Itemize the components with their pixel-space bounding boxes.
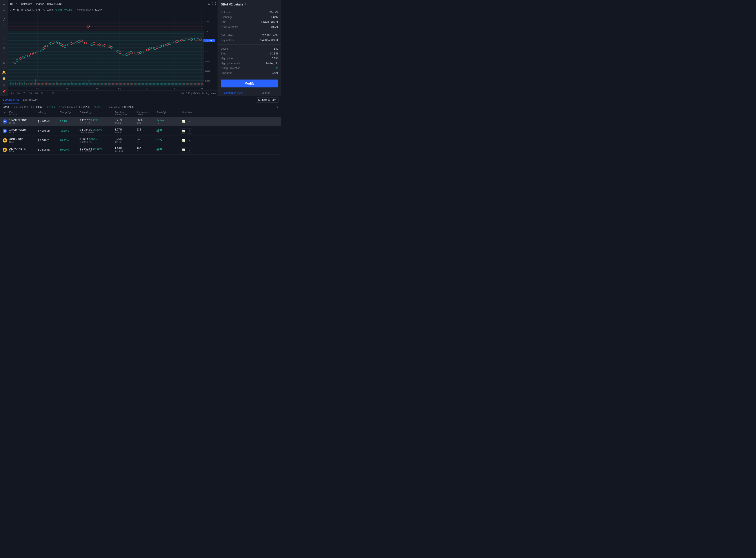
log-mode[interactable]: log (206, 92, 209, 95)
line-tool[interactable]: ╱ (1, 17, 7, 22)
lock-tool[interactable]: 🔒 (1, 76, 7, 81)
profit-sub: 125.99 USDT (80, 122, 115, 124)
value-help[interactable]: ? (44, 111, 46, 113)
zoom-tool[interactable]: ⊕ (1, 61, 7, 66)
stop-action-btn[interactable]: ⊘ (187, 128, 192, 133)
table-row[interactable]: H 1INCH / USDT DCA $ 4 366.36 33.51% $ 1… (0, 126, 281, 136)
exchange-selector[interactable]: Binance (34, 2, 44, 5)
exchange-cell: H (3, 119, 9, 124)
modify-button[interactable]: Modify (221, 79, 278, 87)
svg-rect-162 (49, 83, 50, 84)
pair-name: 1INCH / USDT (9, 119, 38, 122)
chart-action-btn[interactable]: 📊 (181, 138, 186, 143)
svg-text:0.800: 0.800 (205, 30, 210, 32)
svg-rect-217 (124, 83, 125, 84)
low-price-label: Low price (221, 71, 232, 74)
pair-selector[interactable]: 1INCH/USDT (47, 2, 62, 5)
chart-action-btn[interactable]: 📊 (181, 147, 186, 152)
table-row[interactable]: B ALPHA / BTC DCA $ 7 526.88 60.08% $ 2 … (0, 145, 281, 155)
table-row[interactable]: H 1INCH / USDT GRID $ 4 025.44 3.04% $ 1… (0, 117, 281, 126)
pct-mode[interactable]: % (202, 92, 204, 95)
step-label: Step (221, 52, 226, 55)
svg-rect-163 (50, 83, 51, 84)
ruler-tool[interactable]: ⊢ (1, 54, 7, 59)
svg-rect-188 (84, 82, 85, 84)
svg-rect-179 (72, 83, 73, 84)
action-icons: 📊 ⊘ (181, 128, 200, 133)
time-3d[interactable]: 3d (28, 92, 33, 95)
time-1m[interactable]: 1m (16, 92, 21, 95)
sbot-help-icon[interactable]: ? (245, 3, 246, 6)
tab-balance[interactable]: Balance (250, 90, 281, 96)
fullscreen-btn[interactable]: ⛶ (212, 2, 216, 6)
status-help[interactable]: ? (163, 111, 166, 113)
stop-action-btn[interactable]: ⊘ (187, 147, 192, 152)
bottom-tabs: Spot bots (9) Spot history $ Share & Ear… (0, 96, 281, 104)
volume-value: 82.28K (95, 8, 102, 11)
bots-table-body: H 1INCH / USDT GRID $ 4 025.44 3.04% $ 1… (0, 117, 281, 155)
pair-cell: ALPHA / BTC DCA (9, 147, 38, 153)
time-1h[interactable]: 1h (46, 92, 50, 95)
table-row[interactable]: B AGIX / BTC DCA $ 8 519.2 20.93% $ 660.… (0, 136, 281, 145)
step-row: Step 0.32 % (218, 51, 281, 56)
stop-action-btn[interactable]: ⊘ (187, 138, 192, 143)
bot-type-row: Bot type SBot V2 (218, 10, 281, 15)
svg-rect-250 (169, 83, 170, 84)
time-3m[interactable]: 3m (10, 92, 15, 95)
svg-rect-152 (35, 79, 36, 84)
profit-cell: $ 660.1 9.37% B 0.0288723 (80, 138, 115, 143)
stop-action-btn[interactable]: ⊘ (187, 119, 192, 124)
alert-tool[interactable]: 🔔 (1, 70, 7, 74)
tab-strategies[interactable]: Strategies (427) (218, 90, 250, 96)
share-earn-button[interactable]: $ Share & Earn (256, 97, 279, 103)
bottom-section: Spot bots (9) Spot history $ Share & Ear… (0, 96, 281, 166)
svg-rect-176 (68, 83, 69, 84)
svg-rect-241 (157, 83, 158, 84)
avg-daily: 0.21% (115, 119, 137, 122)
svg-text:30: 30 (66, 88, 68, 90)
chart-type-selector[interactable]: 🕯 (15, 2, 18, 5)
crosshair-tool[interactable]: ✛ (1, 2, 7, 7)
levels-row: Levels 140 (218, 46, 281, 51)
profit-cell: $ 1 184.99 36.23% 1185.34 USDT (80, 128, 115, 134)
svg-text:0.650: 0.650 (205, 60, 210, 62)
profit-help[interactable]: ? (89, 111, 92, 113)
chart-section: 1h 🕯 Indicators Binance 1INCH/USDT ⚙ ⛶ O… (8, 0, 218, 96)
eye-tool[interactable]: 👁 (1, 82, 7, 87)
low-value: 0.787 (35, 8, 42, 11)
tab-spot-bots[interactable]: Spot bots (9) (3, 96, 19, 103)
chart-action-btn[interactable]: 📊 (181, 119, 186, 124)
svg-rect-255 (176, 83, 177, 84)
settings-btn[interactable]: ⚙ (207, 2, 210, 6)
summary-value: ? Sum. value: $ 40 421.17 (106, 106, 134, 108)
svg-rect-257 (179, 83, 180, 84)
pair-cell: AGIX / BTC DCA (9, 138, 38, 143)
profit-sub: B 0.0288723 (80, 141, 115, 143)
emoji-tool[interactable]: ☺ (1, 45, 7, 50)
pattern-tool[interactable]: ⋰ (1, 30, 7, 35)
levels: 0 (137, 131, 156, 134)
measure-tool[interactable]: ⌖ (1, 36, 7, 42)
auto-mode[interactable]: auto (211, 92, 216, 95)
chart-canvas[interactable]: 29 30 31 Aug 2 3 4 0.850 0.800 0.750 0.7… (8, 11, 218, 91)
avg-daily: 1.34% (115, 147, 137, 150)
indicators-btn[interactable]: Indicators (21, 2, 32, 5)
time-1d[interactable]: 1d (34, 92, 39, 95)
tab-spot-history[interactable]: Spot history (22, 96, 37, 103)
svg-rect-159 (45, 83, 46, 84)
chart-action-btn[interactable]: 📊 (181, 128, 186, 133)
text-tool[interactable]: T (1, 24, 7, 29)
svg-rect-161 (48, 83, 48, 84)
profit-sub: B 0.1137553 (80, 150, 115, 153)
svg-rect-243 (160, 83, 161, 84)
exchange-label: Exchange (221, 16, 232, 19)
pin-tool[interactable]: 📌 (1, 89, 7, 94)
timeframe-selector[interactable]: 1h (10, 2, 12, 5)
high-price-label: High price (221, 57, 233, 60)
time-6h[interactable]: 6h (40, 92, 44, 95)
pen-tool[interactable]: ✏ (1, 8, 7, 13)
change-help[interactable]: ? (68, 111, 71, 113)
filter-icon[interactable]: ⚙ (276, 105, 279, 108)
svg-rect-144 (22, 83, 23, 84)
time-7d[interactable]: 7d (23, 92, 27, 95)
